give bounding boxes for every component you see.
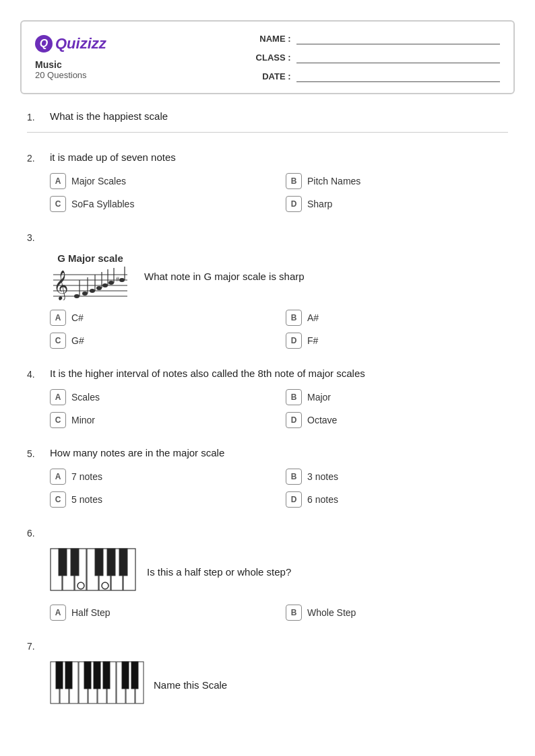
choice-2d-text: Sharp bbox=[307, 199, 332, 209]
name-label: NAME : bbox=[254, 34, 291, 44]
svg-point-14 bbox=[102, 283, 108, 287]
question-4: 4. It is the higher interval of notes al… bbox=[27, 368, 508, 428]
q3-image-block: G Major scale 𝄞 bbox=[50, 252, 131, 300]
logo: Q Quizizz bbox=[35, 35, 241, 53]
choice-3a-text: C# bbox=[71, 312, 84, 323]
choice-3b: B A# bbox=[286, 310, 508, 326]
choice-3b-text: A# bbox=[307, 312, 319, 323]
date-label: DATE : bbox=[254, 71, 291, 81]
svg-point-16 bbox=[108, 281, 114, 285]
date-field-row: DATE : bbox=[254, 70, 500, 82]
questions-section: 1. What is the happiest scale 2. it is m… bbox=[20, 110, 515, 708]
q1-text: What is the happiest scale bbox=[50, 110, 508, 122]
q3-num: 3. bbox=[27, 231, 43, 243]
svg-point-10 bbox=[90, 289, 95, 293]
svg-rect-49 bbox=[103, 662, 110, 689]
choice-3d: D F# bbox=[286, 333, 508, 349]
choice-4b: B Major bbox=[286, 389, 508, 405]
choice-3a: A C# bbox=[50, 310, 272, 326]
choice-4a: A Scales bbox=[50, 389, 272, 405]
svg-rect-51 bbox=[131, 662, 138, 689]
choice-6a: A Half Step bbox=[50, 605, 272, 621]
choice-3b-letter: B bbox=[286, 310, 302, 326]
q2-num: 2. bbox=[27, 151, 43, 164]
choice-2c: C SoFa Syllables bbox=[50, 196, 272, 212]
subject-label: Music bbox=[35, 59, 241, 70]
svg-point-8 bbox=[82, 291, 88, 296]
header-right: NAME : CLASS : DATE : bbox=[254, 32, 500, 82]
question-5: 5. How many notes are in the major scale… bbox=[27, 447, 508, 508]
staff-notation-svg: 𝄞 # bbox=[50, 267, 131, 300]
choice-5d: D 6 notes bbox=[286, 491, 508, 508]
choice-6b-text: Whole Step bbox=[307, 607, 356, 618]
question-3-row: 3. bbox=[27, 231, 508, 243]
q3-choices: A C# B A# C G# D F# bbox=[50, 310, 508, 349]
choice-2c-letter: C bbox=[50, 196, 66, 212]
piano-q6-svg bbox=[50, 548, 137, 595]
q3-content: G Major scale 𝄞 bbox=[50, 252, 508, 300]
svg-text:#: # bbox=[116, 275, 119, 283]
questions-count: 20 Questions bbox=[35, 70, 241, 80]
question-6: 6. bbox=[27, 526, 508, 621]
choice-5a: A 7 notes bbox=[50, 469, 272, 485]
choice-5a-letter: A bbox=[50, 469, 66, 485]
svg-point-6 bbox=[74, 294, 80, 298]
choice-3c-text: G# bbox=[71, 335, 84, 346]
choice-5a-text: 7 notes bbox=[71, 471, 102, 482]
choice-5d-text: 6 notes bbox=[307, 494, 338, 505]
q5-num: 5. bbox=[27, 447, 43, 459]
header-box: Q Quizizz Music 20 Questions NAME : CLAS… bbox=[20, 20, 515, 94]
choice-4c: C Minor bbox=[50, 412, 272, 428]
q5-choices: A 7 notes B 3 notes C 5 notes D 6 notes bbox=[50, 469, 508, 508]
svg-rect-46 bbox=[65, 662, 72, 689]
svg-rect-31 bbox=[107, 549, 115, 576]
choice-4b-letter: B bbox=[286, 389, 302, 405]
choice-6a-letter: A bbox=[50, 605, 66, 621]
logo-text: Quizizz bbox=[55, 35, 106, 53]
q7-num: 7. bbox=[27, 640, 43, 652]
date-line bbox=[296, 70, 500, 82]
svg-rect-28 bbox=[59, 549, 67, 576]
svg-rect-32 bbox=[119, 549, 127, 576]
question-5-row: 5. How many notes are in the major scale bbox=[27, 447, 508, 459]
question-1-row: 1. What is the happiest scale bbox=[27, 110, 508, 123]
choice-2b-letter: B bbox=[286, 173, 302, 189]
piano-q7-svg bbox=[50, 661, 144, 708]
q4-choices: A Scales B Major C Minor D Octave bbox=[50, 389, 508, 428]
q2-choices: A Major Scales B Pitch Names C SoFa Syll… bbox=[50, 173, 508, 212]
q2-text: it is made up of seven notes bbox=[50, 151, 508, 163]
logo-icon: Q bbox=[35, 35, 53, 53]
choice-2a-letter: A bbox=[50, 173, 66, 189]
question-3: 3. G Major scale 𝄞 bbox=[27, 231, 508, 349]
q3-text: What note in G major scale is sharp bbox=[144, 271, 508, 282]
choice-5b: B 3 notes bbox=[286, 469, 508, 485]
choice-5c-letter: C bbox=[50, 491, 66, 508]
q4-text: It is the higher interval of notes also … bbox=[50, 368, 508, 379]
question-4-row: 4. It is the higher interval of notes al… bbox=[27, 368, 508, 380]
choice-3c: C G# bbox=[50, 333, 272, 349]
q7-text: Name this Scale bbox=[154, 679, 508, 691]
choice-4a-letter: A bbox=[50, 389, 66, 405]
choice-5c: C 5 notes bbox=[50, 491, 272, 508]
choice-2b-text: Pitch Names bbox=[307, 176, 360, 186]
choice-2a: A Major Scales bbox=[50, 173, 272, 189]
svg-rect-48 bbox=[94, 662, 100, 689]
choice-6a-text: Half Step bbox=[71, 607, 111, 618]
choice-2d: D Sharp bbox=[286, 196, 508, 212]
class-field-row: CLASS : bbox=[254, 51, 500, 63]
svg-point-12 bbox=[96, 286, 102, 290]
q5-text: How many notes are in the major scale bbox=[50, 447, 508, 458]
choice-4d-letter: D bbox=[286, 412, 302, 428]
choice-5b-text: 3 notes bbox=[307, 471, 338, 482]
choice-2c-text: SoFa Syllables bbox=[71, 199, 134, 209]
choice-3d-letter: D bbox=[286, 333, 302, 349]
q6-content: Is this a half step or whole step? bbox=[50, 548, 508, 595]
choice-5d-letter: D bbox=[286, 491, 302, 508]
choice-5c-text: 5 notes bbox=[71, 494, 102, 505]
svg-rect-45 bbox=[56, 662, 63, 689]
svg-rect-30 bbox=[95, 549, 103, 576]
question-6-row: 6. bbox=[27, 526, 508, 539]
choice-4d: D Octave bbox=[286, 412, 508, 428]
choice-2d-letter: D bbox=[286, 196, 302, 212]
question-1: 1. What is the happiest scale bbox=[27, 110, 508, 133]
